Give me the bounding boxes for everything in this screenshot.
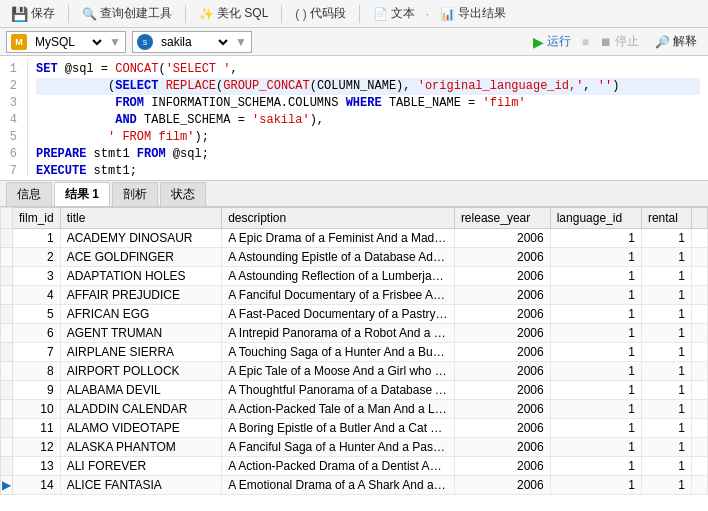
table-cell: ALASKA PHANTOM xyxy=(60,438,222,457)
table-cell: ALADDIN CALENDAR xyxy=(60,400,222,419)
text-label: 文本 xyxy=(391,5,415,22)
table-cell: A Fast-Paced Documentary of a Pastry Che… xyxy=(222,305,455,324)
col-rental[interactable]: rental xyxy=(641,208,691,229)
beautify-button[interactable]: ✨ 美化 SQL xyxy=(194,3,273,24)
table-row[interactable]: 7AIRPLANE SIERRAA Touching Saga of a Hun… xyxy=(1,343,708,362)
table-cell: 12 xyxy=(13,438,61,457)
table-cell: 1 xyxy=(641,324,691,343)
export-button[interactable]: 📊 导出结果 xyxy=(435,3,511,24)
table-cell: A Emotional Drama of a A Shark And a Dat… xyxy=(222,476,455,495)
table-cell: A Touching Saga of a Hunter And a Butler… xyxy=(222,343,455,362)
result-tabs: 信息 结果 1 剖析 状态 xyxy=(0,181,708,207)
table-cell: 7 xyxy=(13,343,61,362)
table-row[interactable]: 3ADAPTATION HOLESA Astounding Reflection… xyxy=(1,267,708,286)
table-cell: A Fanciful Saga of a Hunter And a Pastry… xyxy=(222,438,455,457)
table-cell: 8 xyxy=(13,362,61,381)
code-button[interactable]: ( ) 代码段 xyxy=(290,3,350,24)
table-header-row: film_id title description release_year l… xyxy=(1,208,708,229)
table-row[interactable]: 2ACE GOLDFINGERA Astounding Epistle of a… xyxy=(1,248,708,267)
row-indicator xyxy=(1,286,13,305)
table-row[interactable]: 1ACADEMY DINOSAURA Epic Drama of a Femin… xyxy=(1,229,708,248)
table-row[interactable]: 6AGENT TRUMANA Intrepid Panorama of a Ro… xyxy=(1,324,708,343)
row-indicator xyxy=(1,324,13,343)
col-release-year[interactable]: release_year xyxy=(454,208,550,229)
schema-select[interactable]: sakila xyxy=(157,34,231,50)
tab-info[interactable]: 信息 xyxy=(6,182,52,206)
row-indicator xyxy=(1,419,13,438)
table-wrapper[interactable]: film_id title description release_year l… xyxy=(0,207,708,511)
table-row[interactable]: 11ALAMO VIDEOTAPEA Boring Epistle of a B… xyxy=(1,419,708,438)
table-cell: 2006 xyxy=(454,476,550,495)
save-label: 保存 xyxy=(31,5,55,22)
col-description[interactable]: description xyxy=(222,208,455,229)
tab-status[interactable]: 状态 xyxy=(160,182,206,206)
table-row[interactable]: ▶14ALICE FANTASIAA Emotional Drama of a … xyxy=(1,476,708,495)
col-indicator xyxy=(1,208,13,229)
code-editor[interactable]: 1234567 SET @sql = CONCAT('SELECT ', (SE… xyxy=(0,56,708,181)
table-row[interactable]: 4AFFAIR PREJUDICEA Fanciful Documentary … xyxy=(1,286,708,305)
table-cell: A Action-Packed Tale of a Man And a Lumb… xyxy=(222,400,455,419)
save-button[interactable]: 💾 保存 xyxy=(6,3,60,24)
tab-result1[interactable]: 结果 1 xyxy=(54,182,110,206)
dropdown-arrow-icon: ▼ xyxy=(109,35,121,49)
table-cell: 2006 xyxy=(454,324,550,343)
table-row[interactable]: 8AIRPORT POLLOCKA Epic Tale of a Moose A… xyxy=(1,362,708,381)
toolbar: 💾 保存 🔍 查询创建工具 ✨ 美化 SQL ( ) 代码段 📄 文本 · 📊 … xyxy=(0,0,708,28)
table-row[interactable]: 5AFRICAN EGGA Fast-Paced Documentary of … xyxy=(1,305,708,324)
table-cell: 1 xyxy=(641,438,691,457)
scroll-spacer-cell xyxy=(692,343,708,362)
table-cell: 1 xyxy=(550,476,641,495)
row-indicator xyxy=(1,362,13,381)
table-row[interactable]: 9ALABAMA DEVILA Thoughtful Panorama of a… xyxy=(1,381,708,400)
code-icon: ( ) xyxy=(295,7,306,21)
table-cell: 2006 xyxy=(454,305,550,324)
table-cell: A Astounding Reflection of a Lumberjack … xyxy=(222,267,455,286)
table-cell: 1 xyxy=(641,362,691,381)
table-cell: 11 xyxy=(13,419,61,438)
code-content[interactable]: SET @sql = CONCAT('SELECT ', (SELECT REP… xyxy=(28,60,708,176)
row-indicator xyxy=(1,267,13,286)
query-builder-button[interactable]: 🔍 查询创建工具 xyxy=(77,3,177,24)
table-cell: 1 xyxy=(641,343,691,362)
query-builder-label: 查询创建工具 xyxy=(100,5,172,22)
table-cell: 1 xyxy=(641,400,691,419)
scroll-spacer-cell xyxy=(692,400,708,419)
scroll-spacer-cell xyxy=(692,267,708,286)
table-row[interactable]: 12ALASKA PHANTOMA Fanciful Saga of a Hun… xyxy=(1,438,708,457)
table-cell: 1 xyxy=(641,248,691,267)
scroll-spacer-cell xyxy=(692,362,708,381)
stop-label: 停止 xyxy=(615,33,639,50)
explain-button[interactable]: 🔎 解释 xyxy=(650,31,702,52)
table-cell: ALAMO VIDEOTAPE xyxy=(60,419,222,438)
table-cell: 2006 xyxy=(454,400,550,419)
col-language-id[interactable]: language_id xyxy=(550,208,641,229)
table-cell: 2006 xyxy=(454,229,550,248)
table-cell: 1 xyxy=(550,400,641,419)
row-indicator: ▶ xyxy=(1,476,13,495)
schema-selector[interactable]: s sakila ▼ xyxy=(132,31,252,53)
mysql-selector[interactable]: M MySQL ▼ xyxy=(6,31,126,53)
table-cell: ACADEMY DINOSAUR xyxy=(60,229,222,248)
table-cell: 1 xyxy=(13,229,61,248)
save-icon: 💾 xyxy=(11,6,28,22)
stop-button[interactable]: ⏹ 停止 xyxy=(595,31,644,52)
run-button[interactable]: ▶ 运行 xyxy=(528,31,576,52)
text-button[interactable]: 📄 文本 xyxy=(368,3,420,24)
play-icon: ▶ xyxy=(533,34,544,50)
schema-dropdown-icon: ▼ xyxy=(235,35,247,49)
table-row[interactable]: 13ALI FOREVERA Action-Packed Drama of a … xyxy=(1,457,708,476)
row-indicator xyxy=(1,229,13,248)
scroll-spacer-cell xyxy=(692,324,708,343)
table-cell: 1 xyxy=(550,343,641,362)
table-cell: ADAPTATION HOLES xyxy=(60,267,222,286)
connection-bar: M MySQL ▼ s sakila ▼ ▶ 运行 ■ ⏹ 停止 🔎 解释 xyxy=(0,28,708,56)
table-cell: A Epic Tale of a Moose And a Girl who mu… xyxy=(222,362,455,381)
table-row[interactable]: 10ALADDIN CALENDARA Action-Packed Tale o… xyxy=(1,400,708,419)
scroll-spacer-cell xyxy=(692,229,708,248)
run-stop-sep: ■ xyxy=(582,35,589,49)
explain-label: 解释 xyxy=(673,33,697,50)
tab-profiling[interactable]: 剖析 xyxy=(112,182,158,206)
col-title[interactable]: title xyxy=(60,208,222,229)
col-film-id[interactable]: film_id xyxy=(13,208,61,229)
mysql-select[interactable]: MySQL xyxy=(31,34,105,50)
